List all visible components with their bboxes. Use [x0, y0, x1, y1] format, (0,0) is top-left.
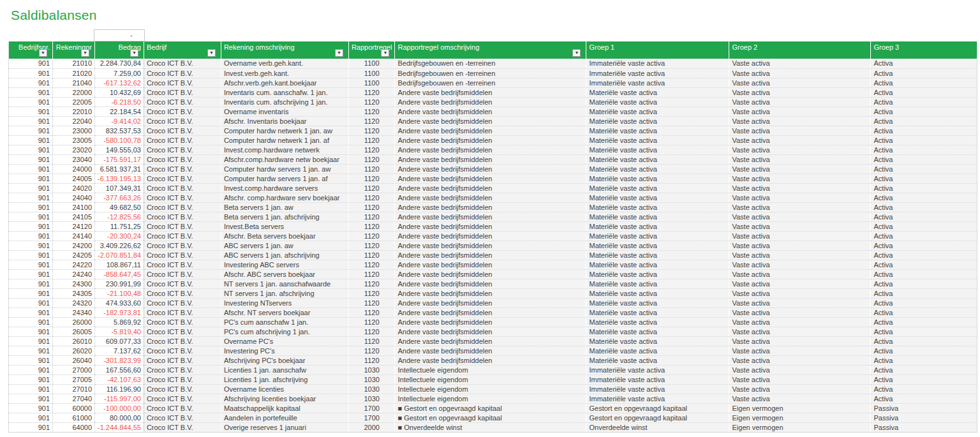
cell-groep2[interactable]: Vaste activa — [729, 307, 871, 317]
cell-groep1[interactable]: Materiële vaste activa — [586, 107, 729, 116]
cell-bedrag[interactable]: -6.218,50 — [95, 97, 144, 107]
cell-rapportregel[interactable]: 1030 — [348, 384, 395, 394]
cell-bedrijfsnr[interactable]: 901 — [9, 355, 53, 365]
cell-groep3[interactable]: Activa — [871, 68, 977, 78]
cell-rapportregel[interactable]: 1030 — [348, 374, 395, 384]
cell-groep3[interactable]: Activa — [871, 298, 977, 307]
cell-bedrag[interactable]: 116.196,90 — [95, 384, 144, 394]
cell-groep3[interactable]: Activa — [871, 327, 977, 336]
cell-rapportregel-omschrijving[interactable]: Bedrijfsgebouwen en -terreinen — [395, 78, 586, 87]
cell-rekening-omschrijving[interactable]: Invest.Beta servers — [221, 221, 348, 231]
cell-bedrijfsnr[interactable]: 901 — [9, 241, 53, 250]
cell-groep3[interactable]: Activa — [871, 78, 977, 87]
cell-rapportregel-omschrijving[interactable]: Andere vaste bedrijfsmiddelen — [395, 336, 586, 346]
cell-bedrijf[interactable]: Croco ICT B.V. — [144, 221, 221, 231]
cell-bedrag[interactable]: 3.409.226,62 — [95, 241, 144, 250]
cell-bedrijf[interactable]: Croco ICT B.V. — [144, 126, 221, 135]
cell-groep3[interactable]: Activa — [871, 202, 977, 212]
cell-groep1[interactable]: Materiële vaste activa — [586, 231, 729, 241]
cell-bedrijf[interactable]: Croco ICT B.V. — [144, 241, 221, 250]
filter-dropdown-icon[interactable]: ▼ — [81, 49, 89, 57]
cell-rekeningnr[interactable]: 21010 — [53, 59, 95, 68]
cell-rapportregel[interactable]: 1120 — [348, 174, 395, 183]
cell-groep1[interactable]: Materiële vaste activa — [586, 183, 729, 193]
column-header-groep1[interactable]: Groep 1 — [586, 41, 729, 59]
cell-rekeningnr[interactable]: 27005 — [53, 374, 95, 384]
cell-rekeningnr[interactable]: 24340 — [53, 307, 95, 317]
cell-groep3[interactable]: Activa — [871, 97, 977, 107]
cell-rapportregel-omschrijving[interactable]: Andere vaste bedrijfsmiddelen — [395, 154, 586, 164]
cell-rekening-omschrijving[interactable]: Licenties 1 jan. afschrijving — [221, 374, 348, 384]
cell-groep2[interactable]: Vaste activa — [729, 317, 871, 327]
cell-rapportregel-omschrijving[interactable]: Andere vaste bedrijfsmiddelen — [395, 269, 586, 279]
cell-rekeningnr[interactable]: 61000 — [53, 413, 95, 422]
cell-bedrijfsnr[interactable]: 901 — [9, 374, 53, 384]
cell-rapportregel-omschrijving[interactable]: Andere vaste bedrijfsmiddelen — [395, 327, 586, 336]
cell-rapportregel[interactable]: 1120 — [348, 202, 395, 212]
cell-rapportregel[interactable]: 1120 — [348, 116, 395, 126]
cell-bedrag[interactable]: 11.751,25 — [95, 221, 144, 231]
cell-rekeningnr[interactable]: 24205 — [53, 250, 95, 260]
cell-rapportregel[interactable]: 1120 — [348, 298, 395, 307]
cell-rapportregel-omschrijving[interactable]: Andere vaste bedrijfsmiddelen — [395, 174, 586, 183]
cell-bedrijf[interactable]: Croco ICT B.V. — [144, 183, 221, 193]
cell-bedrag[interactable]: 5.869,92 — [95, 317, 144, 327]
column-header-groep3[interactable]: Groep 3 — [871, 41, 977, 59]
cell-bedrag[interactable]: -301.823,99 — [95, 355, 144, 365]
cell-bedrijf[interactable]: Croco ICT B.V. — [144, 422, 221, 432]
cell-bedrag[interactable]: 832.537,53 — [95, 126, 144, 135]
cell-rekeningnr[interactable]: 24020 — [53, 183, 95, 193]
cell-rekening-omschrijving[interactable]: PC's cum aanschafw 1 jan. — [221, 317, 348, 327]
cell-rapportregel[interactable]: 1120 — [348, 260, 395, 269]
cell-groep3[interactable]: Activa — [871, 231, 977, 241]
cell-rekeningnr[interactable]: 24105 — [53, 212, 95, 221]
cell-rekeningnr[interactable]: 24240 — [53, 269, 95, 279]
cell-rekeningnr[interactable]: 24200 — [53, 241, 95, 250]
cell-groep1[interactable]: Onverdeelde winst — [586, 422, 729, 432]
cell-groep1[interactable]: Materiële vaste activa — [586, 135, 729, 145]
cell-rekeningnr[interactable]: 24300 — [53, 279, 95, 288]
cell-bedrijfsnr[interactable]: 901 — [9, 59, 53, 68]
cell-bedrag[interactable]: -617.132,62 — [95, 78, 144, 87]
cell-groep1[interactable]: Materiële vaste activa — [586, 241, 729, 250]
column-header-rekening-omschrijving[interactable]: Rekening omschrijving▼ — [221, 41, 348, 59]
cell-rapportregel-omschrijving[interactable]: Andere vaste bedrijfsmiddelen — [395, 317, 586, 327]
cell-rapportregel[interactable]: 1100 — [348, 68, 395, 78]
cell-bedrijf[interactable]: Croco ICT B.V. — [144, 193, 221, 202]
cell-rekening-omschrijving[interactable]: Afschr. Inventaris boekjaar — [221, 116, 348, 126]
cell-rapportregel[interactable]: 1120 — [348, 279, 395, 288]
cell-groep2[interactable]: Vaste activa — [729, 164, 871, 174]
cell-bedrijf[interactable]: Croco ICT B.V. — [144, 394, 221, 403]
cell-bedrag[interactable]: -182.973,81 — [95, 307, 144, 317]
cell-groep3[interactable]: Activa — [871, 135, 977, 145]
cell-rekeningnr[interactable]: 21020 — [53, 68, 95, 78]
cell-bedrijf[interactable]: Croco ICT B.V. — [144, 288, 221, 298]
cell-groep3[interactable]: Activa — [871, 174, 977, 183]
cell-groep3[interactable]: Activa — [871, 250, 977, 260]
cell-groep2[interactable]: Vaste activa — [729, 116, 871, 126]
cell-bedrag[interactable]: 474.933,60 — [95, 298, 144, 307]
cell-rekening-omschrijving[interactable]: ABC servers 1 jan. aw — [221, 241, 348, 250]
cell-rapportregel[interactable]: 1120 — [348, 154, 395, 164]
cell-rapportregel-omschrijving[interactable]: Andere vaste bedrijfsmiddelen — [395, 307, 586, 317]
cell-bedrijf[interactable]: Croco ICT B.V. — [144, 87, 221, 97]
cell-rekeningnr[interactable]: 24040 — [53, 193, 95, 202]
cell-bedrijf[interactable]: Croco ICT B.V. — [144, 384, 221, 394]
cell-groep2[interactable]: Vaste activa — [729, 231, 871, 241]
cell-rekening-omschrijving[interactable]: Overname verb.geh.kant. — [221, 59, 348, 68]
cell-groep1[interactable]: Materiële vaste activa — [586, 260, 729, 269]
cell-bedrijfsnr[interactable]: 901 — [9, 174, 53, 183]
filter-dropdown-icon[interactable]: ▼ — [572, 49, 581, 57]
cell-groep2[interactable]: Vaste activa — [729, 250, 871, 260]
cell-bedrijfsnr[interactable]: 901 — [9, 327, 53, 336]
cell-rekeningnr[interactable]: 24140 — [53, 231, 95, 241]
cell-bedrijfsnr[interactable]: 901 — [9, 384, 53, 394]
cell-rapportregel[interactable]: 1700 — [348, 403, 395, 413]
cell-groep3[interactable]: Activa — [871, 317, 977, 327]
cell-groep2[interactable]: Vaste activa — [729, 135, 871, 145]
cell-rekening-omschrijving[interactable]: NT servers 1 jan. aanschafwaarde — [221, 279, 348, 288]
cell-rekeningnr[interactable]: 64000 — [53, 422, 95, 432]
cell-groep3[interactable]: Activa — [871, 164, 977, 174]
cell-bedrijf[interactable]: Croco ICT B.V. — [144, 97, 221, 107]
filter-dropdown-icon[interactable]: ▼ — [207, 49, 216, 57]
